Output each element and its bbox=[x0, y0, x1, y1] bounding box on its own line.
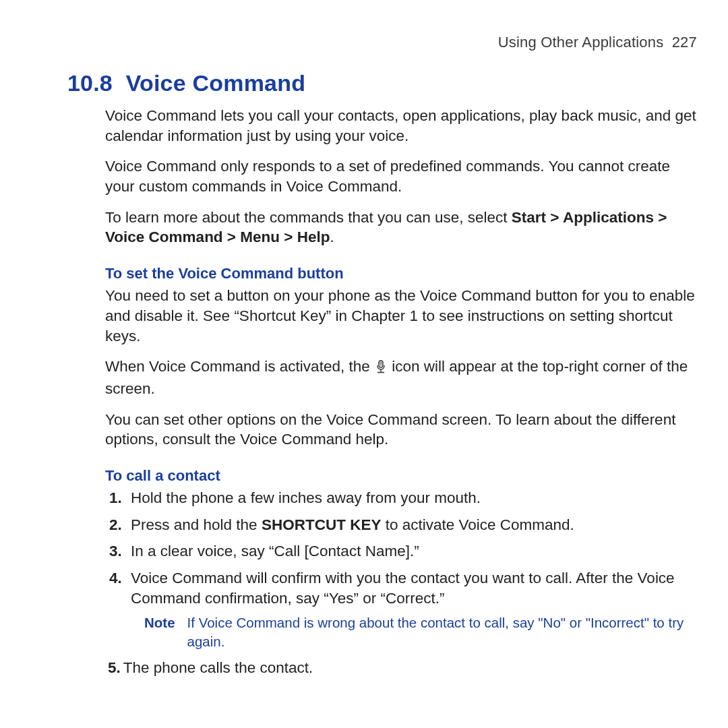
call-contact-steps: Hold the phone a few inches away from yo… bbox=[105, 488, 701, 677]
section-title-text: Voice Command bbox=[126, 70, 305, 96]
set-button-p2-a: When Voice Command is activated, the bbox=[105, 358, 374, 375]
step-1-text: Hold the phone a few inches away from yo… bbox=[131, 489, 481, 506]
running-header: Using Other Applications 227 bbox=[67, 34, 701, 51]
manual-page: Using Other Applications 227 10.8 Voice … bbox=[0, 0, 728, 728]
set-button-p2: When Voice Command is activated, the ico… bbox=[105, 357, 701, 398]
step-2-a: Press and hold the bbox=[131, 516, 262, 533]
step-2: Press and hold the SHORTCUT KEY to activ… bbox=[127, 515, 701, 535]
set-button-p1: You need to set a button on your phone a… bbox=[105, 286, 701, 346]
section-number: 10.8 bbox=[67, 70, 113, 96]
set-button-p3: You can set other options on the Voice C… bbox=[105, 410, 701, 450]
step-5: The phone calls the contact. bbox=[108, 658, 701, 678]
step-2-b: to activate Voice Command. bbox=[381, 516, 574, 533]
svg-rect-1 bbox=[380, 362, 382, 363]
step-5-text: The phone calls the contact. bbox=[123, 659, 313, 676]
note-block: Note If Voice Command is wrong about the… bbox=[144, 613, 701, 650]
step-3: In a clear voice, say “Call [Contact Nam… bbox=[127, 541, 701, 562]
intro-3-a: To learn more about the commands that yo… bbox=[105, 209, 512, 226]
svg-rect-2 bbox=[380, 363, 382, 364]
svg-rect-3 bbox=[380, 365, 382, 365]
intro-paragraph-3: To learn more about the commands that yo… bbox=[105, 208, 701, 247]
step-2-bold: SHORTCUT KEY bbox=[262, 516, 382, 533]
page-number: 227 bbox=[672, 34, 697, 51]
subheading-set-button: To set the Voice Command button bbox=[105, 264, 701, 283]
intro-paragraph-1: Voice Command lets you call your contact… bbox=[105, 106, 701, 146]
intro-paragraph-2: Voice Command only responds to a set of … bbox=[105, 156, 701, 196]
intro-3-b: . bbox=[330, 229, 334, 245]
note-text: If Voice Command is wrong about the cont… bbox=[187, 613, 701, 650]
section-heading: 10.8 Voice Command bbox=[67, 70, 701, 96]
step-4: Voice Command will confirm with you the … bbox=[127, 568, 701, 651]
note-label: Note bbox=[144, 613, 175, 650]
step-4-text: Voice Command will confirm with you the … bbox=[131, 570, 675, 607]
step-1: Hold the phone a few inches away from yo… bbox=[127, 488, 701, 508]
voice-command-icon bbox=[375, 359, 386, 379]
section-body: Voice Command lets you call your contact… bbox=[105, 106, 701, 677]
step-3-text: In a clear voice, say “Call [Contact Nam… bbox=[131, 543, 419, 559]
chapter-title: Using Other Applications bbox=[498, 34, 664, 51]
subheading-call-contact: To call a contact bbox=[105, 466, 701, 485]
